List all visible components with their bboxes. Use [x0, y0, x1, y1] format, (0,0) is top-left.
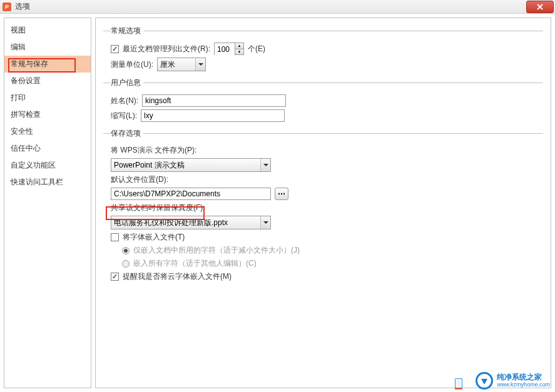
recent-files-unit: 个(E)	[248, 44, 265, 54]
fidelity-select[interactable]: 电话服务礼仪和投诉处理新版.pptx	[111, 216, 271, 229]
sidebar-item-general-save[interactable]: 常规与保存	[4, 56, 91, 73]
name-label: 姓名(N):	[111, 96, 138, 106]
chevron-down-icon	[260, 159, 270, 171]
sidebar-item-spellcheck[interactable]: 拼写检查	[4, 106, 91, 123]
titlebar: P 选项	[0, 0, 555, 14]
default-location-label: 默认文件位置(D):	[111, 174, 168, 185]
browse-button[interactable]: ⋯	[275, 188, 288, 200]
recent-files-label: 最近文档管理列出文件(R):	[123, 44, 210, 54]
embed-used-radio	[122, 247, 130, 254]
measure-unit-label: 测量单位(U):	[111, 59, 153, 70]
remind-cloud-checkbox[interactable]	[111, 273, 119, 281]
app-icon: P	[3, 3, 11, 11]
recent-files-input[interactable]	[215, 43, 235, 56]
embed-all-radio	[122, 260, 130, 268]
saveas-select[interactable]: PowerPoint 演示文稿	[111, 158, 271, 172]
watermark-url: www.kzmyhome.com	[497, 382, 550, 388]
sidebar-item-edit[interactable]: 编辑	[4, 39, 91, 56]
sidebar-item-quick-access[interactable]: 快速访问工具栏	[4, 174, 91, 191]
sidebar-item-view[interactable]: 视图	[4, 22, 91, 39]
spinner-down-icon[interactable]: ▼	[235, 49, 243, 55]
watermark-brand: 纯净系统之家	[497, 373, 550, 381]
initials-input[interactable]	[141, 109, 285, 122]
measure-unit-select[interactable]: 厘米	[157, 58, 206, 71]
chevron-down-icon	[195, 58, 205, 71]
saveas-value: PowerPoint 演示文稿	[114, 160, 185, 171]
sidebar: 视图 编辑 常规与保存 备份设置 打印 拼写检查 安全性 信任中心 自定义功能区…	[4, 18, 91, 388]
chevron-down-icon	[260, 216, 270, 229]
spinner-up-icon[interactable]: ▲	[235, 43, 243, 49]
embed-fonts-label: 将字体嵌入文件(T)	[123, 232, 185, 243]
general-options-legend: 常规选项	[111, 26, 143, 36]
embed-used-label: 仅嵌入文档中所用的字符（适于减小文件大小）(J)	[133, 245, 300, 256]
sidebar-item-print[interactable]: 打印	[4, 89, 91, 106]
close-icon	[537, 4, 543, 10]
embed-all-label: 嵌入所有字符（适于其他人编辑）(C)	[133, 258, 257, 269]
user-info-legend: 用户信息	[111, 78, 143, 88]
initials-label: 缩写(L):	[111, 111, 137, 121]
sidebar-item-backup[interactable]: 备份设置	[4, 73, 91, 89]
sidebar-item-trust[interactable]: 信任中心	[4, 140, 91, 157]
close-button[interactable]	[526, 1, 554, 13]
watermark: 纯净系统之家 www.kzmyhome.com	[476, 372, 550, 389]
fidelity-value: 电话服务礼仪和投诉处理新版.pptx	[114, 218, 228, 228]
recent-files-checkbox[interactable]	[111, 45, 119, 53]
save-options-legend: 保存选项	[111, 128, 143, 139]
remind-cloud-label: 提醒我是否将云字体嵌入文件(M)	[123, 271, 232, 282]
recent-files-spinner[interactable]: ▲ ▼	[214, 43, 244, 55]
sidebar-item-customize-ribbon[interactable]: 自定义功能区	[4, 157, 91, 174]
general-options-group: 常规选项 最近文档管理列出文件(R): ▲ ▼ 个(E) 测量单位(U): 厘米	[103, 26, 543, 75]
decorative-icon	[455, 378, 462, 389]
saveas-label: 将 WPS演示 文件存为(P):	[111, 145, 196, 156]
window-title: 选项	[15, 1, 30, 12]
watermark-logo-icon	[476, 372, 493, 389]
user-info-group: 用户信息 姓名(N): 缩写(L):	[103, 78, 543, 126]
save-options-group: 保存选项 将 WPS演示 文件存为(P): PowerPoint 演示文稿 默认…	[103, 128, 543, 286]
content-panel: 常规选项 最近文档管理列出文件(R): ▲ ▼ 个(E) 测量单位(U): 厘米	[95, 18, 551, 388]
fidelity-label: 共享该文档时保留保真度(F):	[111, 203, 205, 213]
sidebar-item-security[interactable]: 安全性	[4, 123, 91, 140]
measure-unit-value: 厘米	[160, 59, 175, 70]
embed-fonts-checkbox[interactable]	[111, 233, 119, 241]
name-input[interactable]	[142, 94, 286, 107]
default-location-input[interactable]	[111, 188, 271, 200]
